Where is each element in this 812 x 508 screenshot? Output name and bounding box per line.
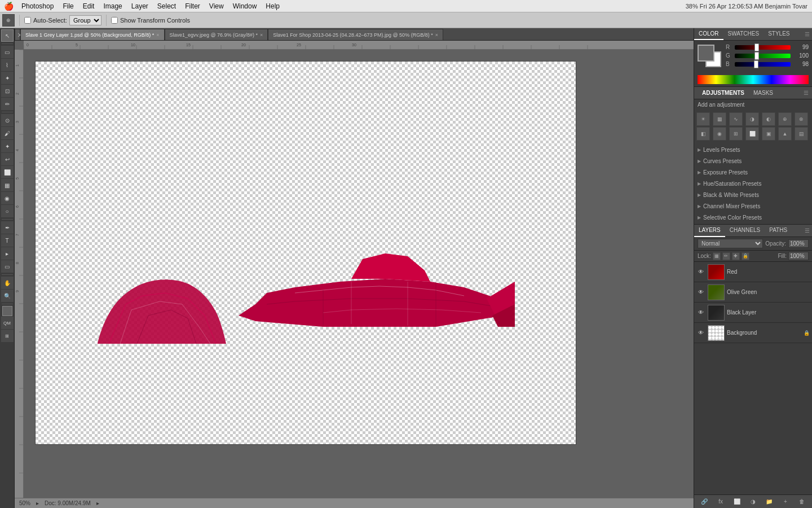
delete-layer-btn[interactable]: 🗑 xyxy=(797,497,807,507)
menu-filter[interactable]: Filter xyxy=(180,0,205,12)
screen-mode-btn[interactable]: ⊞ xyxy=(1,330,14,342)
menu-edit[interactable]: Edit xyxy=(78,0,99,12)
threshold-icon[interactable]: ▲ xyxy=(778,127,792,141)
zoom-tool[interactable]: 🔍 xyxy=(1,290,14,302)
preset-selective-color[interactable]: ▶ Selective Color Presets xyxy=(694,212,812,223)
quick-mask-btn[interactable]: QM xyxy=(1,317,14,329)
menu-layer[interactable]: Layer xyxy=(127,0,153,12)
layer-eye-bg[interactable]: 👁 xyxy=(696,329,705,338)
adj-panel-menu[interactable]: ☰ xyxy=(804,90,809,96)
link-layers-btn[interactable]: 🔗 xyxy=(699,497,709,507)
tab-masks[interactable]: MASKS xyxy=(749,87,778,99)
blur-tool[interactable]: ◉ xyxy=(1,192,14,204)
type-tool[interactable]: T xyxy=(1,234,14,247)
brush-tool[interactable]: 🖌 xyxy=(1,127,14,139)
gradient-map-icon[interactable]: ▤ xyxy=(795,127,808,141)
g-thumb[interactable] xyxy=(754,52,759,60)
preset-exposure[interactable]: ▶ Exposure Presets xyxy=(694,167,812,178)
menu-file[interactable]: File xyxy=(58,0,78,12)
tab-paths[interactable]: PATHS xyxy=(765,225,792,237)
eyedropper-tool[interactable]: ✏ xyxy=(1,98,14,110)
menu-photoshop[interactable]: Photoshop xyxy=(17,0,58,12)
show-transform-checkbox[interactable] xyxy=(111,17,118,24)
layers-scroll[interactable]: 👁 Red 👁 Olive Green 👁 Black Layer 👁 xyxy=(694,262,812,494)
photo-filter-icon[interactable]: ◉ xyxy=(713,127,726,141)
path-select-tool[interactable]: ▸ xyxy=(1,247,14,260)
levels-icon[interactable]: ▦ xyxy=(713,112,726,126)
add-mask-btn[interactable]: ⬜ xyxy=(732,497,742,507)
color-balance-icon[interactable]: ⊗ xyxy=(795,112,808,126)
tab-color[interactable]: COLOR xyxy=(694,28,723,40)
menu-window[interactable]: Window xyxy=(228,0,262,12)
new-adjustment-btn[interactable]: ◑ xyxy=(748,497,758,507)
lock-all-icon[interactable]: 🔒 xyxy=(742,252,749,260)
autoselect-checkbox[interactable] xyxy=(24,17,31,24)
layers-panel-menu[interactable]: ☰ xyxy=(805,227,812,234)
status-arrow[interactable]: ▸ xyxy=(96,500,99,506)
new-group-btn[interactable]: 📁 xyxy=(764,497,774,507)
crop-tool[interactable]: ⊡ xyxy=(1,85,14,97)
canvas-scroll-area[interactable] xyxy=(24,50,694,498)
layer-eye-red[interactable]: 👁 xyxy=(696,268,705,277)
marquee-tool[interactable]: ▭ xyxy=(1,46,14,58)
tab-layers[interactable]: LAYERS xyxy=(694,225,725,237)
posterize-icon[interactable]: ▣ xyxy=(762,127,775,141)
tab-channels[interactable]: CHANNELS xyxy=(725,225,765,237)
invert-icon[interactable]: ⬜ xyxy=(745,127,759,141)
gradient-tool[interactable]: ▦ xyxy=(1,179,14,191)
tab-adjustments[interactable]: ADJUSTMENTS xyxy=(698,87,749,99)
fg-color-btn[interactable] xyxy=(2,306,12,316)
menu-help[interactable]: Help xyxy=(261,0,284,12)
layer-eye-black[interactable]: 👁 xyxy=(696,308,705,317)
lock-position-icon[interactable]: ✚ xyxy=(732,252,740,260)
layer-background[interactable]: 👁 Background 🔒 xyxy=(694,323,812,343)
dodge-tool[interactable]: ○ xyxy=(1,205,14,217)
tab-3[interactable]: Slave1 For Shop 2013-04-25 (04.28.42–673… xyxy=(268,29,443,40)
quick-select-tool[interactable]: ✦ xyxy=(1,72,14,84)
channel-mixer-icon[interactable]: ⊞ xyxy=(729,127,743,141)
b-slider[interactable] xyxy=(735,62,791,67)
tab-swatches[interactable]: SWATCHES xyxy=(723,28,764,40)
color-panel-menu[interactable]: ☰ xyxy=(805,31,812,37)
preset-channel-mixer[interactable]: ▶ Channel Mixer Presets xyxy=(694,200,812,212)
lock-image-icon[interactable]: ✏ xyxy=(722,252,730,260)
menu-image[interactable]: Image xyxy=(99,0,126,12)
shape-tool[interactable]: ▭ xyxy=(1,260,14,273)
blend-mode-select[interactable]: Normal Multiply Screen Overlay xyxy=(698,239,763,248)
hand-tool[interactable]: ✋ xyxy=(1,277,14,289)
layer-red[interactable]: 👁 Red xyxy=(694,262,812,282)
tab-styles[interactable]: STYLES xyxy=(764,28,794,40)
brightness-contrast-icon[interactable]: ☀ xyxy=(696,112,710,126)
curves-icon[interactable]: ∿ xyxy=(729,112,743,126)
tab-1[interactable]: Slave 1 Grey Layer 1.psd @ 50% (Backgrou… xyxy=(20,29,165,40)
preset-levels[interactable]: ▶ Levels Presets xyxy=(694,144,812,155)
fill-input[interactable] xyxy=(788,252,809,260)
layer-eye-olive[interactable]: 👁 xyxy=(696,288,705,297)
add-style-btn[interactable]: fx xyxy=(716,497,726,507)
r-thumb[interactable] xyxy=(754,43,759,51)
apple-menu[interactable]: 🍎 xyxy=(0,2,17,11)
autoselect-dropdown[interactable]: Group Layer xyxy=(69,15,102,25)
vibrance-icon[interactable]: ◐ xyxy=(762,112,775,126)
lock-pixels-icon[interactable]: ▦ xyxy=(713,252,721,260)
r-slider[interactable] xyxy=(735,45,791,50)
layer-black[interactable]: 👁 Black Layer xyxy=(694,303,812,323)
tab-2[interactable]: Slave1_egvv.jpeg @ 76.9% (Gray/8#) * × xyxy=(165,29,268,40)
foreground-swatch[interactable] xyxy=(698,45,714,62)
g-slider[interactable] xyxy=(735,54,791,58)
preset-bw[interactable]: ▶ Black & White Presets xyxy=(694,189,812,200)
color-spectrum[interactable] xyxy=(698,75,809,84)
eraser-tool[interactable]: ⬜ xyxy=(1,166,14,178)
spot-heal-tool[interactable]: ⊙ xyxy=(1,114,14,126)
tab-2-close[interactable]: × xyxy=(260,32,263,38)
move-tool[interactable]: ↖ xyxy=(1,29,14,42)
tab-3-close[interactable]: × xyxy=(435,32,438,38)
opacity-input[interactable] xyxy=(788,239,809,248)
pen-tool[interactable]: ✒ xyxy=(1,221,14,234)
exposure-icon[interactable]: ◑ xyxy=(745,112,759,126)
tab-1-close[interactable]: × xyxy=(156,32,159,38)
history-brush[interactable]: ↩ xyxy=(1,153,14,165)
hue-sat-icon[interactable]: ⊕ xyxy=(778,112,792,126)
bw-icon[interactable]: ◧ xyxy=(696,127,710,141)
layer-olive-green[interactable]: 👁 Olive Green xyxy=(694,282,812,303)
